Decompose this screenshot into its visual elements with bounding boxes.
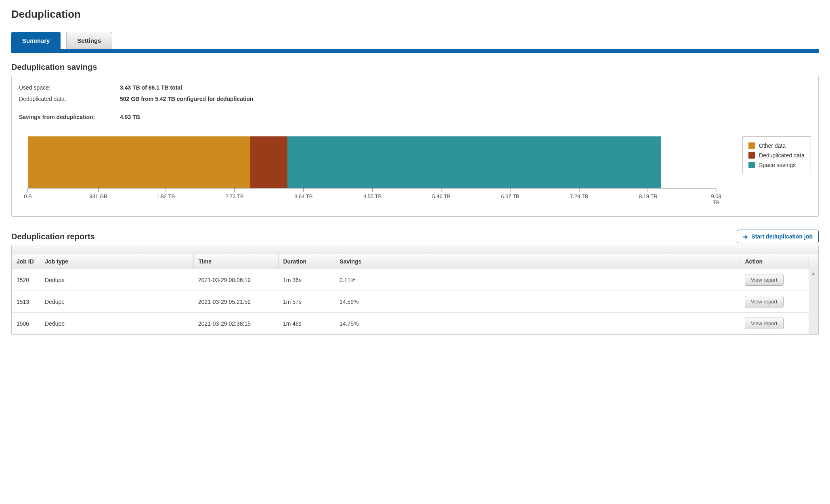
legend-item-other: Other data — [748, 141, 805, 151]
cell-job-id: 1513 — [12, 291, 40, 313]
tab-summary[interactable]: Summary — [11, 32, 61, 49]
stacked-bar — [28, 136, 661, 188]
cell-duration: 1m 36s — [278, 269, 335, 291]
cell-job-type: Dedupe — [40, 291, 193, 313]
arrow-right-icon: ➔ — [743, 234, 748, 240]
table-row: 1513Dedupe2021-03-29 05:21:521m 57s14.59… — [12, 291, 818, 313]
cell-action: View report — [740, 313, 809, 335]
legend-item-dedup: Deduplicated data — [748, 151, 805, 160]
column-header-duration[interactable]: Duration — [278, 254, 335, 269]
cell-savings: 14.59% — [335, 291, 740, 313]
x-axis-tick: 3.64 TB — [294, 188, 312, 199]
column-header-action: Action — [740, 254, 809, 269]
x-axis-tick: 931 GB — [90, 188, 107, 199]
column-header-job-type[interactable]: Job type — [40, 254, 193, 269]
cell-time: 2021-03-29 05:21:52 — [193, 291, 278, 313]
x-axis: 0 B931 GB1.82 TB2.73 TB3.64 TB4.55 TB5.4… — [28, 188, 716, 204]
legend-label: Space savings — [759, 162, 796, 168]
divider — [19, 108, 811, 108]
table-row: 1520Dedupe2021-03-29 08:06:191m 36s0.11%… — [12, 269, 818, 291]
column-header-time[interactable]: Time — [193, 254, 278, 269]
dedup-data-row: Deduplicated data: 502 GB from 5.42 TB c… — [19, 93, 811, 105]
x-axis-tick: 6.37 TB — [501, 188, 519, 199]
table-toolbar-gap — [12, 245, 818, 254]
tab-strip: Summary Settings — [11, 32, 819, 53]
cell-job-type: Dedupe — [40, 313, 193, 335]
legend-item-save: Space savings — [748, 160, 805, 170]
scrollbar[interactable]: ▲ — [809, 269, 818, 335]
cell-job-id: 1520 — [12, 269, 40, 291]
x-axis-tick: 5.46 TB — [432, 188, 451, 199]
x-axis-tick: 8.19 TB — [639, 188, 657, 199]
cell-duration: 1m 57s — [278, 291, 335, 313]
cell-action: View report — [740, 291, 809, 313]
bar-segment-space-savings — [287, 136, 661, 188]
legend-label: Deduplicated data — [759, 152, 805, 159]
dedup-data-label: Deduplicated data: — [19, 96, 120, 102]
bar-segment-other-data — [28, 136, 250, 188]
cell-savings: 14.75% — [335, 313, 740, 335]
start-deduplication-job-button[interactable]: ➔ Start deduplication job — [737, 230, 819, 243]
x-axis-tick: 2.73 TB — [225, 188, 243, 199]
swatch-icon — [748, 162, 755, 168]
x-axis-tick: 4.55 TB — [363, 188, 381, 199]
view-report-button[interactable]: View report — [745, 296, 784, 307]
tab-settings[interactable]: Settings — [66, 32, 112, 49]
cell-duration: 1m 46s — [278, 313, 335, 335]
savings-chart: 0 B931 GB1.82 TB2.73 TB3.64 TB4.55 TB5.4… — [19, 136, 811, 204]
swatch-icon — [748, 152, 755, 159]
used-space-value: 3.43 TB of 86.1 TB total — [120, 84, 182, 91]
savings-label: Savings from deduplication: — [19, 114, 120, 120]
cell-job-id: 1506 — [12, 313, 40, 335]
reports-section-title: Deduplication reports — [11, 232, 95, 241]
savings-row: Savings from deduplication: 4.93 TB — [19, 111, 811, 123]
x-axis-tick: 1.82 TB — [157, 188, 175, 199]
x-axis-tick: 7.28 TB — [570, 188, 588, 199]
column-header-scroll — [809, 254, 818, 269]
bar-segment-deduplicated-data — [250, 136, 288, 188]
cell-job-type: Dedupe — [40, 269, 193, 291]
savings-value: 4.93 TB — [120, 114, 140, 120]
cell-time: 2021-03-29 02:38:15 — [193, 313, 278, 335]
cell-time: 2021-03-29 08:06:19 — [193, 269, 278, 291]
reports-tbody: 1520Dedupe2021-03-29 08:06:191m 36s0.11%… — [12, 269, 818, 335]
legend-label: Other data — [759, 142, 786, 149]
swatch-icon — [748, 142, 755, 149]
chevron-up-icon: ▲ — [811, 271, 816, 276]
column-header-job-id[interactable]: Job ID — [12, 254, 40, 269]
dedup-data-value: 502 GB from 5.42 TB configured for dedup… — [120, 96, 254, 102]
table-row: 1506Dedupe2021-03-29 02:38:151m 46s14.75… — [12, 313, 818, 335]
x-axis-tick: 0 B — [24, 188, 32, 199]
cell-action: View report — [740, 269, 809, 291]
savings-section-title: Deduplication savings — [11, 63, 819, 72]
page-title: Deduplication — [11, 8, 819, 21]
chart-legend: Other data Deduplicated data Space savin… — [742, 136, 811, 174]
used-space-label: Used space: — [19, 84, 120, 91]
cell-savings: 0.11% — [335, 269, 740, 291]
reports-table: Job ID Job type Time Duration Savings Ac… — [11, 245, 819, 335]
view-report-button[interactable]: View report — [745, 318, 784, 329]
view-report-button[interactable]: View report — [745, 274, 784, 286]
used-space-row: Used space: 3.43 TB of 86.1 TB total — [19, 82, 811, 93]
x-axis-tick: 9.09 TB — [711, 188, 721, 205]
table-header-row: Job ID Job type Time Duration Savings Ac… — [12, 254, 818, 269]
savings-panel: Used space: 3.43 TB of 86.1 TB total Ded… — [11, 76, 819, 217]
column-header-savings[interactable]: Savings — [335, 254, 740, 269]
start-button-label: Start deduplication job — [751, 233, 813, 240]
